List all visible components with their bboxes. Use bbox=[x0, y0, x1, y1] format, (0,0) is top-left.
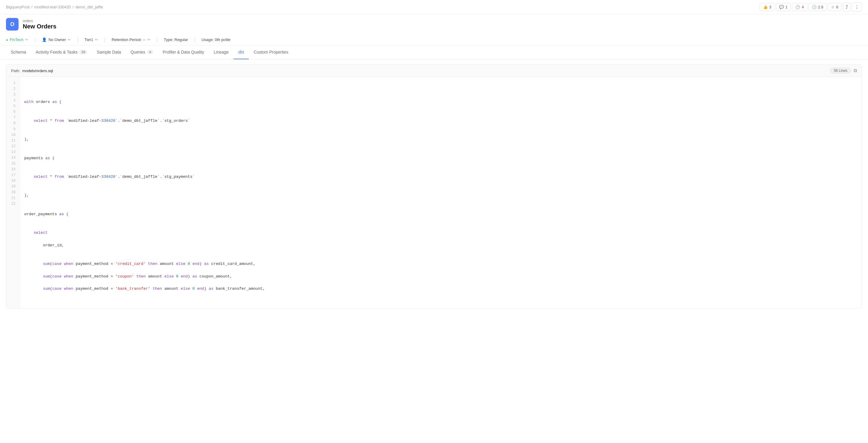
history-icon: 🕒 bbox=[812, 5, 816, 9]
tab-lineage[interactable]: Lineage bbox=[209, 45, 234, 59]
line-num-14: 14 bbox=[6, 155, 19, 161]
meta-div-1: | bbox=[34, 36, 36, 43]
history-button[interactable]: 🕒 2.8 bbox=[808, 3, 827, 11]
meta-div-5: | bbox=[194, 36, 195, 43]
domain-edit-icon[interactable]: ✏ bbox=[25, 37, 28, 42]
tab-sample-data[interactable]: Sample Data bbox=[92, 45, 126, 59]
code-content: 1 2 3 4 5 6 7 8 9 10 11 12 13 14 15 16 1… bbox=[6, 77, 862, 308]
code-line-15: order_payments as ( bbox=[24, 211, 857, 218]
line-num-21: 21 bbox=[6, 195, 19, 201]
code-line-22: sum(case when payment_method = 'bank_tra… bbox=[24, 286, 857, 292]
meta-tier: Tier1 ✏ bbox=[84, 37, 98, 42]
meta-type: Type: Regular bbox=[164, 37, 188, 42]
tab-profiler[interactable]: Profiler & Data Quality bbox=[158, 45, 209, 59]
avatar-letter: O bbox=[10, 21, 14, 28]
breadcrumb-item-3[interactable]: demo_dbt_jaffle bbox=[75, 5, 103, 9]
breadcrumb: BigqueryProd / modified-leaf-330420 / de… bbox=[6, 5, 103, 9]
copy-button[interactable]: ⧉ bbox=[854, 68, 857, 73]
code-path: Path: models/orders.sql bbox=[11, 68, 53, 73]
owner-value[interactable]: No Owner bbox=[49, 37, 66, 42]
copy-icon: ⧉ bbox=[854, 68, 857, 73]
line-num-20: 20 bbox=[6, 190, 19, 195]
domain-value[interactable]: FinTech bbox=[10, 37, 24, 42]
line-num-13: 13 bbox=[6, 149, 19, 155]
breadcrumb-item-2[interactable]: modified-leaf-330420 bbox=[34, 5, 71, 9]
path-value: models/orders.sql bbox=[23, 68, 53, 73]
usage-value: Usage: 0th pctile bbox=[202, 37, 230, 42]
tab-activity-feeds[interactable]: Activity Feeds & Tasks 29 bbox=[31, 45, 92, 59]
tab-dbt[interactable]: dbt bbox=[234, 45, 249, 59]
tier-edit-icon[interactable]: ✏ bbox=[95, 37, 98, 42]
star-icon: ☆ bbox=[831, 5, 835, 9]
code-line-21: sum(case when payment_method = 'coupon' … bbox=[24, 274, 857, 280]
code-header-right: 58 Lines ⧉ bbox=[830, 68, 857, 74]
meta-div-4: | bbox=[157, 36, 158, 43]
tab-custom-properties[interactable]: Custom Properties bbox=[249, 45, 293, 59]
meta-div-3: | bbox=[104, 36, 106, 43]
code-line-11: select * from `modified-leaf-330420`.`de… bbox=[24, 174, 857, 180]
retention-value: Retention Period: -- bbox=[112, 37, 146, 42]
breadcrumb-item-1[interactable]: BigqueryProd bbox=[6, 5, 30, 9]
thumbs-up-icon: 👍 bbox=[763, 5, 768, 9]
rating-value: 2.8 bbox=[818, 5, 824, 9]
line-num-18: 18 bbox=[6, 178, 19, 184]
meta-usage: Usage: 0th pctile bbox=[202, 37, 230, 42]
lines-badge: 58 Lines bbox=[830, 68, 851, 74]
comment-button[interactable]: 💬 1 bbox=[776, 3, 791, 11]
line-num-11: 11 bbox=[6, 138, 19, 144]
code-line-7: ), bbox=[24, 136, 857, 143]
like-button[interactable]: 👍 3 bbox=[760, 3, 775, 11]
clock-circle-icon: 🕐 bbox=[795, 5, 800, 9]
comment-count: 1 bbox=[785, 5, 787, 9]
line-num-17: 17 bbox=[6, 172, 19, 178]
line-num-12: 12 bbox=[6, 144, 19, 149]
code-line-17: select bbox=[24, 230, 857, 236]
top-bar: BigqueryProd / modified-leaf-330420 / de… bbox=[0, 0, 868, 14]
line-num-16: 16 bbox=[6, 167, 19, 172]
more-button[interactable]: ⋮ bbox=[852, 2, 862, 12]
top-actions: 👍 3 💬 1 🕐 4 🕒 2.8 ☆ 6 ⤴ ⋮ bbox=[760, 2, 862, 12]
meta-owner: 👤 No Owner ✏ bbox=[42, 37, 71, 42]
comment-icon: 💬 bbox=[779, 5, 784, 9]
share-button[interactable]: ⤴ bbox=[843, 3, 850, 12]
meta-retention: Retention Period: -- ✏ bbox=[112, 37, 151, 42]
breadcrumb-sep-2: / bbox=[73, 5, 74, 9]
line-numbers: 1 2 3 4 5 6 7 8 9 10 11 12 13 14 15 16 1… bbox=[6, 77, 20, 308]
line-num-15: 15 bbox=[6, 161, 19, 167]
tab-schema[interactable]: Schema bbox=[6, 45, 31, 59]
line-num-22: 22 bbox=[6, 201, 19, 207]
line-num-9: 9 bbox=[6, 127, 19, 132]
line-num-3: 3 bbox=[6, 92, 19, 98]
entity-subtitle: orders bbox=[23, 19, 56, 23]
code-line-9: payments as ( bbox=[24, 155, 857, 162]
code-panel: Path: models/orders.sql 58 Lines ⧉ 1 2 3… bbox=[6, 64, 862, 309]
star-button[interactable]: ☆ 6 bbox=[828, 3, 842, 11]
tab-bar: Schema Activity Feeds & Tasks 29 Sample … bbox=[0, 45, 868, 60]
line-num-6: 6 bbox=[6, 109, 19, 115]
view-button[interactable]: 🕐 4 bbox=[792, 3, 807, 11]
tab-queries-badge: 4 bbox=[147, 50, 153, 54]
line-num-5: 5 bbox=[6, 103, 19, 109]
code-line-20: sum(case when payment_method = 'credit_c… bbox=[24, 261, 857, 267]
meta-domain: ● FinTech ✏ bbox=[6, 37, 28, 42]
tier-value[interactable]: Tier1 bbox=[84, 37, 93, 42]
entity-title-block: orders New Orders bbox=[23, 19, 56, 30]
owner-icon: 👤 bbox=[42, 37, 47, 42]
line-num-2: 2 bbox=[6, 86, 19, 92]
more-icon: ⋮ bbox=[855, 4, 859, 9]
like-count: 3 bbox=[769, 5, 771, 9]
retention-edit-icon[interactable]: ✏ bbox=[147, 37, 151, 42]
share-icon: ⤴ bbox=[845, 4, 848, 9]
tab-queries[interactable]: Queries 4 bbox=[126, 45, 158, 59]
code-lines: with orders as ( select * from `modified… bbox=[20, 77, 862, 308]
owner-edit-icon[interactable]: ✏ bbox=[68, 37, 71, 42]
type-value: Type: Regular bbox=[164, 37, 188, 42]
code-line-3: with orders as ( bbox=[24, 99, 857, 105]
entity-title: New Orders bbox=[23, 23, 56, 30]
meta-div-2: | bbox=[77, 36, 79, 43]
code-panel-header: Path: models/orders.sql 58 Lines ⧉ bbox=[6, 65, 862, 77]
tab-activity-badge: 29 bbox=[79, 50, 87, 54]
line-num-1: 1 bbox=[6, 81, 19, 86]
entity-avatar: O bbox=[6, 18, 19, 31]
meta-row: ● FinTech ✏ | 👤 No Owner ✏ | Tier1 ✏ | R… bbox=[0, 34, 868, 45]
